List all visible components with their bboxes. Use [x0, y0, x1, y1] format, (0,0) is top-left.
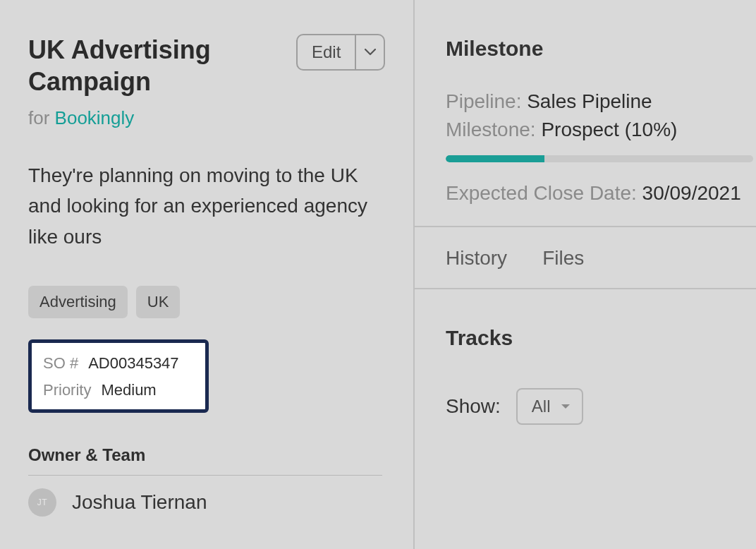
expected-close-label: Expected Close Date: [446, 182, 642, 204]
milestone-heading: Milestone [446, 37, 753, 61]
priority-label: Priority [43, 381, 91, 399]
edit-button[interactable]: Edit [298, 35, 355, 69]
owner-row: JT Joshua Tiernan [28, 488, 385, 517]
campaign-title: UK Advertising Campaign [28, 34, 282, 97]
tabs-bar: History Files [415, 227, 756, 289]
so-number-value: AD00345347 [88, 354, 178, 373]
priority-value: Medium [101, 381, 156, 399]
tab-history[interactable]: History [446, 247, 507, 270]
tracks-section: Tracks Show: All [415, 289, 756, 425]
milestone-progress-fill [446, 155, 544, 162]
avatar[interactable]: JT [28, 488, 56, 517]
pipeline-line: Pipeline: Sales Pipeline [446, 90, 753, 113]
milestone-value: Prospect (10%) [541, 119, 677, 140]
milestone-progress[interactable] [446, 155, 753, 162]
tracks-heading: Tracks [446, 326, 725, 350]
chevron-down-icon [365, 49, 376, 56]
so-number-row: SO # AD00345347 [43, 354, 194, 373]
pipeline-label: Pipeline: [446, 90, 527, 112]
right-pane: Milestone Pipeline: Sales Pipeline Miles… [415, 0, 756, 549]
so-highlight-box: SO # AD00345347 Priority Medium [28, 339, 209, 413]
tracks-show-row: Show: All [446, 388, 725, 425]
edit-dropdown-button[interactable] [355, 35, 384, 69]
pipeline-value: Sales Pipeline [527, 90, 652, 112]
title-row: UK Advertising Campaign Edit [28, 34, 385, 97]
priority-row: Priority Medium [43, 381, 194, 399]
for-line: for Bookingly [28, 107, 385, 129]
campaign-description: They're planning on moving to the UK and… [28, 160, 385, 252]
expected-close-value: 30/09/2021 [642, 182, 741, 204]
milestone-label: Milestone: [446, 119, 541, 140]
milestone-line: Milestone: Prospect (10%) [446, 119, 753, 141]
owner-name: Joshua Tiernan [72, 491, 207, 514]
tracks-show-label: Show: [446, 395, 501, 418]
milestone-section: Milestone Pipeline: Sales Pipeline Miles… [415, 0, 756, 227]
tracks-show-select[interactable]: All [516, 388, 583, 425]
expected-close-line: Expected Close Date: 30/09/2021 [446, 182, 753, 205]
for-prefix: for [28, 107, 55, 128]
tag-advertising[interactable]: Advertising [28, 286, 128, 318]
tag-list: Advertising UK [28, 286, 385, 318]
tag-uk[interactable]: UK [136, 286, 181, 318]
left-pane: UK Advertising Campaign Edit for Booking… [0, 0, 415, 549]
tracks-show-value: All [532, 397, 551, 416]
caret-down-icon [561, 404, 571, 410]
edit-button-group: Edit [296, 34, 385, 71]
so-number-label: SO # [43, 354, 78, 373]
tab-files[interactable]: Files [542, 247, 584, 270]
for-target-link[interactable]: Bookingly [55, 107, 135, 128]
owner-team-heading: Owner & Team [28, 445, 382, 476]
